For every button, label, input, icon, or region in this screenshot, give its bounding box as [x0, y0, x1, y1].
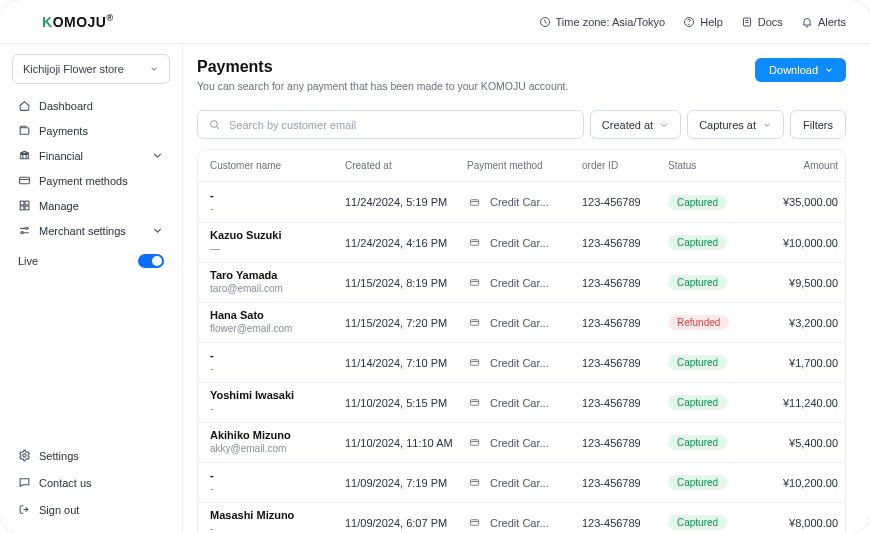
card-icon — [18, 174, 31, 187]
filters-button[interactable]: Filters — [790, 110, 846, 139]
nav-payment-methods[interactable]: Payment methods — [12, 169, 170, 192]
svg-rect-7 — [20, 206, 24, 210]
cell-amount: ¥5,400.00 — [763, 437, 838, 449]
logo-rest: OMOJU — [53, 14, 107, 30]
svg-rect-14 — [470, 320, 478, 326]
table-row[interactable]: --11/24/2024, 5:19 PMCredit Car...123-45… — [198, 182, 845, 222]
wallet-icon — [18, 124, 31, 137]
customer-email: - — [210, 403, 345, 416]
merchant-selector[interactable]: Kichijoji Flower store — [12, 54, 170, 84]
nav-dashboard[interactable]: Dashboard — [12, 94, 170, 117]
live-label: Live — [18, 255, 38, 267]
status-badge: Captured — [668, 515, 727, 530]
svg-rect-8 — [25, 206, 29, 210]
cell-customer: Taro Yamadataro@email.com — [210, 269, 345, 295]
live-toggle[interactable] — [138, 254, 164, 268]
svg-rect-5 — [20, 201, 24, 205]
table-row[interactable]: Yoshimi Iwasaki-11/10/2024, 5:15 PMCredi… — [198, 382, 845, 422]
credit-card-icon — [467, 477, 482, 488]
cell-status: Refunded — [668, 315, 763, 330]
cell-customer: -- — [210, 189, 345, 215]
cell-status: Captured — [668, 395, 763, 410]
nav-merchant-settings[interactable]: Merchant settings — [12, 219, 170, 242]
svg-rect-6 — [25, 201, 29, 205]
credit-card-icon — [467, 437, 482, 448]
filter-captures-at[interactable]: Captures at — [687, 110, 784, 139]
nav-signout[interactable]: Sign out — [12, 498, 170, 521]
credit-card-icon — [467, 317, 482, 328]
search-input[interactable] — [229, 119, 573, 131]
nav-payments[interactable]: Payments — [12, 119, 170, 142]
cell-amount: ¥8,000.00 — [763, 517, 838, 529]
nav-settings[interactable]: Settings — [12, 444, 170, 467]
svg-rect-4 — [20, 177, 30, 184]
table-row[interactable]: Masashi Mizuno-11/09/2024, 6:07 PMCredit… — [198, 502, 845, 533]
cell-method: Credit Car... — [467, 317, 582, 329]
customer-email: flower@email.com — [210, 323, 345, 336]
cell-created: 11/09/2024, 7:19 PM — [345, 477, 467, 489]
status-badge: Refunded — [668, 315, 729, 330]
credit-card-icon — [467, 357, 482, 368]
help-link[interactable]: Help — [683, 16, 723, 28]
status-badge: Captured — [668, 395, 727, 410]
cell-method: Credit Car... — [467, 477, 582, 489]
table-row[interactable]: --11/09/2024, 7:19 PMCredit Car...123-45… — [198, 462, 845, 502]
credit-card-icon — [467, 277, 482, 288]
th-created: Created at — [345, 160, 467, 171]
customer-email: - — [210, 523, 345, 533]
cell-order: 123-456789 — [582, 317, 668, 329]
table-row[interactable]: --11/14/2024, 7:10 PMCredit Car...123-45… — [198, 342, 845, 382]
cell-method: Credit Car... — [467, 397, 582, 409]
table-row[interactable]: Taro Yamadataro@email.com11/15/2024, 8:1… — [198, 262, 845, 302]
search-input-wrap[interactable] — [197, 110, 584, 139]
help-label: Help — [700, 16, 723, 28]
filter-created-at[interactable]: Created at — [590, 110, 681, 139]
table-row[interactable]: Hana Satoflower@email.com11/15/2024, 7:2… — [198, 302, 845, 342]
filter-created-at-label: Created at — [602, 119, 653, 131]
nav-contact[interactable]: Contact us — [12, 471, 170, 494]
page-title: Payments — [197, 58, 568, 76]
svg-point-9 — [23, 454, 26, 457]
chevron-down-icon — [149, 64, 159, 74]
svg-rect-17 — [470, 440, 478, 446]
table-header: Customer name Created at Payment method … — [198, 150, 845, 182]
cell-amount: ¥3,200.00 — [763, 317, 838, 329]
status-badge: Captured — [668, 275, 727, 290]
alerts-link[interactable]: Alerts — [801, 16, 846, 28]
nav-manage[interactable]: Manage — [12, 194, 170, 217]
table-row[interactable]: Kazuo Suzuki—11/24/2024, 4:16 PMCredit C… — [198, 222, 845, 262]
status-badge: Captured — [668, 435, 727, 450]
customer-name: Masashi Mizuno — [210, 509, 345, 523]
table-row[interactable]: Akihiko Mizunoakky@email.com11/10/2024, … — [198, 422, 845, 462]
logout-icon — [18, 503, 31, 516]
cell-amount: ¥10,000.00 — [763, 237, 838, 249]
cell-status: Captured — [668, 275, 763, 290]
nav-financial[interactable]: Financial — [12, 144, 170, 167]
credit-card-icon — [467, 197, 482, 208]
nav-manage-label: Manage — [39, 200, 79, 212]
cell-order: 123-456789 — [582, 357, 668, 369]
search-icon — [208, 118, 221, 131]
download-button[interactable]: Download — [755, 58, 846, 82]
cell-amount: ¥1,700.00 — [763, 357, 838, 369]
gear-icon — [18, 449, 31, 462]
cell-customer: Masashi Mizuno- — [210, 509, 345, 533]
cell-method: Credit Car... — [467, 196, 582, 208]
cell-order: 123-456789 — [582, 437, 668, 449]
nav-signout-label: Sign out — [39, 504, 79, 516]
payment-method-label: Credit Car... — [490, 397, 549, 409]
docs-link[interactable]: Docs — [741, 16, 783, 28]
cell-created: 11/10/2024, 11:10 AM — [345, 437, 467, 449]
filter-captures-at-label: Captures at — [699, 119, 756, 131]
svg-point-10 — [211, 121, 218, 128]
sliders-icon — [18, 224, 31, 237]
th-order: order ID — [582, 160, 668, 171]
timezone-indicator[interactable]: Time zone: Asia/Tokyo — [539, 16, 666, 28]
svg-rect-11 — [470, 199, 478, 205]
th-amount: Amount — [763, 160, 838, 171]
cell-status: Captured — [668, 515, 763, 530]
cell-status: Captured — [668, 355, 763, 370]
cell-order: 123-456789 — [582, 277, 668, 289]
nav-payment-methods-label: Payment methods — [39, 175, 128, 187]
customer-email: — — [210, 243, 345, 256]
